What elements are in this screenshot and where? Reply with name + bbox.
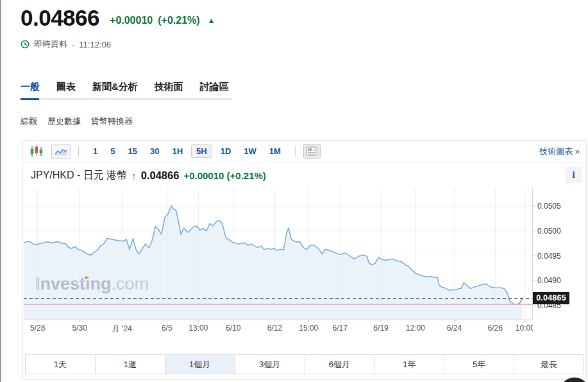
range-max[interactable]: 最長 — [514, 355, 584, 374]
technical-chart-link[interactable]: 技術圖表 » — [539, 146, 580, 157]
y-axis-label: 0.0490 — [537, 275, 575, 286]
x-axis-label: 12:00 — [406, 324, 425, 333]
x-axis-label: 10:00 — [516, 324, 533, 333]
quote-time: 11:12:06 — [79, 40, 111, 49]
realtime-label: 即時資料 — [34, 39, 67, 50]
price-chart[interactable] — [24, 188, 535, 323]
y-axis-label: 0.0505 — [537, 201, 575, 211]
chart-change: +0.00010 (+0.21%) — [183, 170, 265, 181]
range-1m[interactable]: 1個月 — [165, 355, 235, 374]
timeframe-1D[interactable]: 1D — [214, 146, 238, 156]
subtab-historical-data[interactable]: 歷史數據 — [47, 116, 81, 127]
subtab-overview[interactable]: 綜觀 — [21, 116, 37, 127]
candlestick-chart-icon[interactable] — [29, 144, 44, 159]
range-3m[interactable]: 3個月 — [235, 355, 305, 374]
tab-general[interactable]: 一般 — [21, 80, 40, 94]
x-axis-label: 6/19 — [373, 324, 388, 333]
chart-title-row: JPY/HKD - 日元 港幣 ↑ 0.04866 +0.00010 (+0.2… — [31, 169, 266, 182]
tab-news-analysis[interactable]: 新聞&分析 — [92, 80, 138, 94]
area-chart-icon[interactable] — [51, 144, 71, 159]
x-axis-label: 15:00 — [299, 324, 318, 333]
realtime-row: 即時資料 · 11:12:06 — [21, 39, 111, 50]
x-axis-label: 5/28 — [30, 324, 45, 333]
sub-tabs: 綜觀歷史數據貨幣轉換器 — [21, 116, 133, 127]
price-change-percent: (+0.21%) — [158, 15, 199, 26]
toolbar-divider — [78, 146, 79, 157]
x-axis-label: 5/30 — [72, 324, 87, 333]
instrument-name: JPY/HKD - 日元 港幣 — [31, 169, 127, 182]
range-6m[interactable]: 6個月 — [305, 355, 374, 374]
x-axis-label: 6/12 — [267, 324, 282, 333]
info-icon[interactable]: i — [566, 167, 582, 183]
y-axis-label: 0.0495 — [537, 251, 575, 261]
timeframe-1H[interactable]: 1H — [165, 146, 189, 156]
subtab-currency-converter[interactable]: 貨幣轉換器 — [91, 116, 133, 127]
range-1w[interactable]: 1週 — [95, 355, 165, 374]
timeframe-1[interactable]: 1 — [87, 146, 104, 156]
timeframe-list: 1515301H5H1D1W1M — [87, 144, 287, 158]
current-price-tag: 0.04865 — [533, 292, 569, 304]
tabs-underline — [21, 98, 232, 100]
x-axis-label: 月 '24 — [112, 324, 132, 334]
x-axis-label: 6/10 — [226, 324, 240, 333]
tab-chart[interactable]: 圖表 — [56, 80, 76, 94]
range-5y[interactable]: 5年 — [444, 355, 514, 374]
price-change: +0.00010 — [110, 15, 153, 26]
up-arrow-icon: ↑ — [131, 170, 137, 181]
timeframe-15[interactable]: 15 — [121, 146, 143, 156]
chart-toolbar: 1515301H5H1D1W1M 技術圖表 » — [23, 141, 586, 162]
range-buttons: 1天1週1個月3個月6個月1年5年最長 — [25, 354, 584, 374]
x-axis-label: 6/17 — [333, 324, 348, 333]
timeframe-5[interactable]: 5 — [104, 146, 121, 156]
timeframe-30[interactable]: 30 — [144, 146, 165, 156]
range-1d[interactable]: 1天 — [26, 355, 95, 374]
toolbar-divider — [295, 146, 296, 157]
range-1y[interactable]: 1年 — [374, 355, 444, 374]
y-axis-label: 0.0500 — [537, 226, 575, 236]
price-change-group: +0.00010 (+0.21%) ▲ — [110, 15, 215, 31]
timeframe-1M[interactable]: 1M — [263, 146, 287, 156]
x-axis-label: 6/24 — [447, 324, 462, 333]
x-axis-label: 6/26 — [488, 324, 503, 333]
current-price: 0.04866 — [21, 5, 99, 31]
chart-area-fill — [24, 205, 523, 320]
timeframe-5H[interactable]: 5H — [191, 144, 212, 158]
clock-icon — [21, 40, 29, 49]
quote-header: 0.04866 +0.00010 (+0.21%) ▲ — [21, 5, 215, 31]
tab-comments[interactable]: 討論區 — [200, 80, 229, 94]
timeframe-1W[interactable]: 1W — [237, 146, 263, 156]
chart-widget: 1515301H5H1D1W1M 技術圖表 » JPY/HKD - 日元 港幣 … — [22, 140, 587, 380]
x-axis-label: 6/5 — [162, 324, 172, 333]
up-triangle-icon: ▲ — [208, 16, 215, 25]
x-axis-label: 13:00 — [189, 324, 208, 333]
x-axis-labels: 5/285/30月 '246/513:006/106/1215:006/176/… — [24, 324, 533, 334]
separator-dot: · — [72, 40, 74, 49]
tab-technical[interactable]: 技術面 — [155, 80, 183, 94]
main-tabs: 一般圖表新聞&分析技術面討論區 — [21, 80, 229, 94]
news-panel-icon[interactable] — [303, 144, 321, 159]
active-tab-indicator — [21, 98, 39, 100]
chart-price: 0.04866 — [141, 169, 180, 182]
